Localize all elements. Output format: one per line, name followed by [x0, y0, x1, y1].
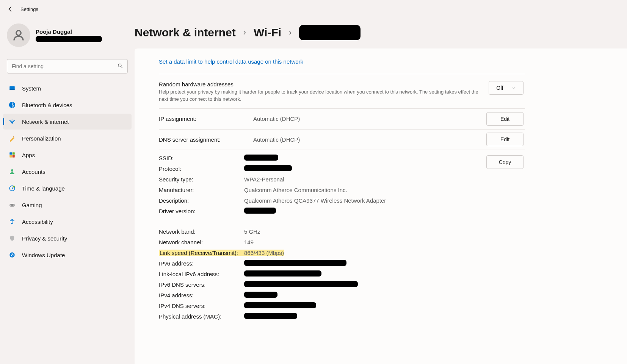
driver-label: Driver version:: [159, 208, 244, 214]
detail-row: IPv4 address:: [159, 290, 477, 301]
chevron-right-icon: ›: [243, 28, 246, 37]
game-icon: [8, 201, 16, 209]
bt-icon: [8, 101, 16, 109]
upd-icon: [8, 251, 16, 259]
sidebar-item-label: Accessibility: [22, 219, 53, 225]
detail-row: Network band: 5 GHz: [159, 227, 477, 237]
random-hw-title: Random hardware addresses: [159, 81, 480, 87]
copy-button[interactable]: Copy: [486, 155, 524, 169]
svg-rect-8: [13, 152, 15, 155]
svg-rect-4: [9, 89, 15, 90]
ssid-value-redacted: [244, 155, 278, 161]
ip-assignment-value: Automatic (DHCP): [253, 116, 477, 122]
sidebar-item-bluetooth-devices[interactable]: Bluetooth & devices: [3, 97, 132, 113]
pers-icon: [8, 134, 16, 142]
sidebar-item-label: Privacy & security: [22, 235, 67, 242]
detail-row: Driver version:: [159, 206, 477, 217]
description-label: Description:: [159, 197, 244, 204]
sidebar-item-accounts[interactable]: Accounts: [3, 164, 132, 180]
random-hw-dropdown[interactable]: Off: [489, 81, 524, 95]
ip-edit-button[interactable]: Edit: [486, 112, 524, 126]
wifi-icon: [8, 118, 16, 125]
linkspeed-value: 866/433 (Mbps): [244, 250, 284, 256]
ipv6dns-value-redacted: [244, 281, 358, 287]
crumb-network-name-redacted: [299, 25, 361, 40]
sidebar-item-apps[interactable]: Apps: [3, 147, 132, 163]
linkspeed-label: Link speed (Receive/Transmit):: [159, 250, 244, 256]
ip-assignment-label: IP assignment:: [159, 116, 244, 122]
sidebar-item-accessibility[interactable]: Accessibility: [3, 214, 132, 230]
sidebar-item-label: Windows Update: [22, 252, 65, 258]
sidebar: Pooja Duggal SystemBluetooth & devicesNe…: [0, 0, 135, 364]
crumb-network[interactable]: Network & internet: [135, 26, 236, 39]
ipv6-value-redacted: [244, 260, 346, 266]
dns-assignment-row: DNS server assignment: Automatic (DHCP) …: [159, 129, 525, 150]
detail-row: Link speed (Receive/Transmit): 866/433 (…: [159, 248, 477, 258]
sidebar-item-privacy-security[interactable]: Privacy & security: [3, 230, 132, 246]
svg-point-6: [12, 123, 13, 124]
svg-rect-10: [13, 155, 15, 158]
svg-point-18: [9, 252, 15, 258]
user-name: Pooja Duggal: [36, 28, 102, 35]
security-label: Security type:: [159, 176, 244, 183]
detail-row: IPv6 DNS servers:: [159, 280, 477, 290]
ipv4dns-label: IPv4 DNS servers:: [159, 303, 244, 309]
sidebar-item-network-internet[interactable]: Network & internet: [3, 114, 132, 130]
sidebar-item-label: Gaming: [22, 202, 42, 208]
band-label: Network band:: [159, 228, 244, 235]
sidebar-item-windows-update[interactable]: Windows Update: [3, 247, 132, 263]
data-limit-link[interactable]: Set a data limit to help control data us…: [159, 48, 525, 74]
search-input[interactable]: [7, 59, 128, 73]
content-panel: Set a data limit to help control data us…: [135, 48, 627, 364]
dns-assignment-label: DNS server assignment:: [159, 136, 244, 143]
ssid-label: SSID:: [159, 155, 244, 161]
acc-icon: [8, 218, 16, 225]
channel-value: 149: [244, 239, 254, 245]
main: Network & internet › Wi-Fi › Set a data …: [135, 0, 627, 364]
svg-point-16: [14, 205, 14, 206]
apps-icon: [8, 151, 16, 159]
mac-value-redacted: [244, 313, 297, 319]
sidebar-item-gaming[interactable]: Gaming: [3, 197, 132, 213]
protocol-label: Protocol:: [159, 166, 244, 172]
sys-icon: [8, 84, 16, 92]
chevron-right-icon: ›: [289, 28, 292, 37]
ip-assignment-row: IP assignment: Automatic (DHCP) Edit: [159, 109, 525, 129]
crumb-wifi[interactable]: Wi-Fi: [254, 26, 281, 39]
random-hw-subtitle: Help protect your privacy by making it h…: [159, 89, 480, 103]
band-value: 5 GHz: [244, 228, 260, 235]
svg-rect-7: [9, 152, 12, 155]
svg-line-2: [121, 67, 122, 68]
user-block[interactable]: Pooja Duggal: [0, 18, 135, 54]
sidebar-item-label: Time & language: [22, 185, 65, 192]
priv-icon: [8, 234, 16, 242]
random-hw-row: Random hardware addresses Help protect y…: [159, 74, 525, 108]
detail-row: SSID:: [159, 153, 477, 164]
random-hw-value: Off: [496, 85, 503, 91]
sidebar-item-label: System: [22, 85, 41, 92]
sidebar-item-personalization[interactable]: Personalization: [3, 130, 132, 146]
ipv4-value-redacted: [244, 292, 277, 298]
back-button[interactable]: [7, 6, 14, 12]
svg-point-13: [13, 186, 15, 187]
linklocal-label: Link-local IPv6 address:: [159, 271, 244, 277]
svg-point-15: [13, 205, 14, 205]
description-value: Qualcomm Atheros QCA9377 Wireless Networ…: [244, 197, 386, 204]
detail-row: Physical address (MAC):: [159, 311, 477, 322]
detail-row: Link-local IPv6 address:: [159, 269, 477, 280]
dns-edit-button[interactable]: Edit: [486, 133, 524, 146]
avatar: [7, 23, 30, 47]
security-value: WPA2-Personal: [244, 176, 284, 183]
channel-label: Network channel:: [159, 239, 244, 245]
sidebar-item-time-language[interactable]: Time & language: [3, 180, 132, 196]
detail-row: Security type: WPA2-Personal: [159, 174, 477, 185]
linklocal-value-redacted: [244, 270, 321, 277]
nav-list: SystemBluetooth & devicesNetwork & inter…: [0, 80, 135, 263]
detail-row: Description: Qualcomm Atheros QCA9377 Wi…: [159, 195, 477, 206]
sidebar-item-system[interactable]: System: [3, 80, 132, 96]
detail-row: IPv6 address:: [159, 258, 477, 269]
sidebar-item-label: Bluetooth & devices: [22, 102, 72, 108]
breadcrumb: Network & internet › Wi-Fi ›: [135, 18, 627, 48]
detail-row: IPv4 DNS servers:: [159, 301, 477, 311]
detail-row: Protocol:: [159, 164, 477, 174]
